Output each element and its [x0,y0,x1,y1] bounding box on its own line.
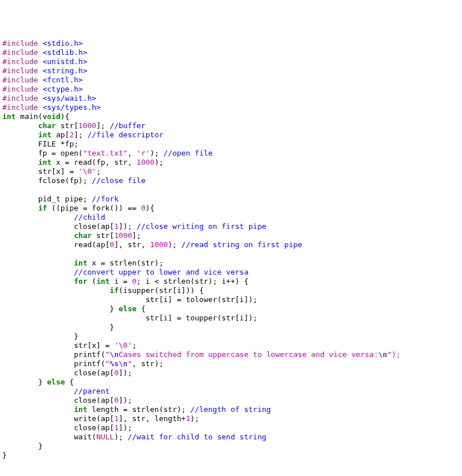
keyword: int [74,259,87,267]
preprocessor-directive: #include [2,103,38,112]
keyword: else [47,378,65,386]
escape-sequence: \n [119,359,128,368]
code-text: ]); [119,222,137,231]
code-text: FILE *fp; [38,140,78,148]
indent [2,442,38,450]
number-literal: 1000 [137,158,154,166]
comment: //child [74,213,105,221]
indent [2,121,38,130]
indent [2,304,110,313]
code-text: ], str, [114,240,150,249]
keyword: if [110,286,119,295]
escape-sequence: %s [110,359,119,368]
indent [2,167,38,176]
indent [2,323,110,331]
indent [2,213,74,221]
preprocessor-directive: #include [2,94,38,102]
code-text: ; [96,167,101,176]
indent [2,195,38,203]
code-text: pid_t pipe; [38,195,92,203]
code-text: x = strlen(str); [87,259,164,267]
code-text: printf( [74,359,105,368]
indent [2,222,74,231]
code-text: } [74,332,78,340]
code-text: ); [168,240,181,249]
code-text: , [128,149,137,157]
code-text: str[x] = [38,167,78,176]
preprocessor-directive: #include [2,76,38,84]
comment: //convert upper to lower and vice versa [74,268,248,276]
code-text: ]); [119,423,137,432]
builtin-constant: NULL [96,433,114,441]
code-text: ; i < strlen(str); i++) { [137,277,249,285]
keyword: int [74,405,87,414]
char-literal: 'r' [137,149,150,157]
code-text: } [38,442,43,450]
comment: //wait for child to send string [128,433,266,441]
keyword: int [38,158,51,166]
number-literal: 0 [110,240,114,249]
string-literal: "%s\n" [105,359,132,368]
code-text: ( [87,277,97,285]
code-text: close(ap[ [74,222,114,231]
code-text: length = strlen(str); [87,405,190,414]
code-text: ap[ [51,130,69,139]
string-literal: "\nCases switched from uppercase to lowe… [105,350,387,359]
indent [2,378,38,386]
code-text: ); [150,149,163,157]
preprocessor-directive: #include [2,39,38,47]
indent [2,350,74,359]
keyword: int [2,112,15,121]
indent [2,396,74,404]
comment: //read string on first pipe [181,240,302,249]
code-text: ]; [132,231,141,240]
number-literal: 0 [132,277,137,285]
number-literal: 1 [114,414,119,423]
indent [2,204,38,212]
indent [2,368,74,377]
preprocessor-directive: #include [2,48,38,57]
indent [2,433,74,441]
indent [2,231,74,240]
keyword: int [38,130,51,139]
keyword: if [38,204,47,212]
code-text: str[ [56,121,78,130]
code-text: { [65,378,74,386]
indent [2,314,145,322]
code-text: close(ap[ [74,423,114,432]
number-literal: 1 [114,222,119,231]
indent [2,149,38,157]
code-text: ); [190,414,200,423]
comment: //open file [164,149,213,157]
indent [2,268,74,276]
include-header: <stdlib.h> [42,48,87,57]
keyword: char [38,121,56,130]
indent [2,286,110,295]
include-header: <ctype.h> [42,85,82,93]
code-text: str[ [92,231,114,240]
escape-sequence: \n [110,350,119,359]
comment: //file descriptor [87,130,164,139]
string-literal: "); [387,350,400,359]
indent [2,341,74,350]
code-text: ]; [96,121,109,130]
char-literal: '\0' [78,167,96,176]
indent [2,414,74,423]
code-text: } [110,323,114,331]
indent [2,295,145,304]
number-literal: 0 [114,396,119,404]
code-text: ]; [74,130,87,139]
keyword: char [74,231,91,240]
code-text: { [137,304,146,313]
comment: //fork [92,195,119,203]
preprocessor-directive: #include [2,85,38,93]
code-text: fp = open( [38,149,83,157]
code-text: , str); [132,359,164,368]
comment: //buffer [110,121,146,130]
code-text: str[i] = tolower(str[i]); [145,295,257,304]
code-text: ((pipe = fork()) == [47,204,141,212]
keyword: int [96,277,109,285]
keyword: else [119,304,137,313]
code-text: } [110,304,119,313]
indent [2,240,74,249]
